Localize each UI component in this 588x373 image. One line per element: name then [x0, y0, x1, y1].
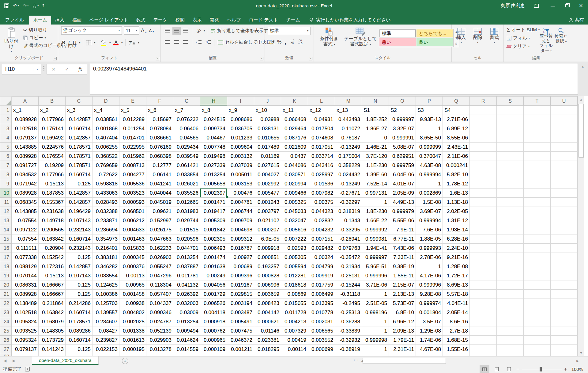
- row-header-16[interactable]: 16: [0, 244, 12, 253]
- cell-N13[interactable]: 1.66E-22: [362, 216, 389, 225]
- cell-N19[interactable]: 0.999996: [362, 271, 389, 280]
- cell-B4[interactable]: 0.169492: [39, 133, 66, 143]
- cell-G13[interactable]: 0.029744: [173, 216, 200, 225]
- decrease-indent-icon[interactable]: ⇤: [194, 38, 203, 46]
- cell-A22[interactable]: 0.138489: [12, 299, 39, 308]
- column-header-J[interactable]: J: [254, 97, 281, 106]
- cell-A12[interactable]: 0.143885: [12, 207, 39, 216]
- cell-N1[interactable]: S1: [362, 106, 389, 115]
- cell-E10[interactable]: 0.003523: [119, 188, 146, 198]
- cell-I15[interactable]: 0.009312: [227, 234, 254, 244]
- cell-R14[interactable]: [470, 225, 497, 234]
- cell-H27[interactable]: 0.000109: [200, 345, 227, 354]
- cell-M18[interactable]: -0.31934: [335, 262, 362, 271]
- cell-T15[interactable]: [524, 234, 551, 244]
- cell-E26[interactable]: 0.001613: [119, 336, 146, 345]
- cell-H25[interactable]: 0.000762: [200, 326, 227, 336]
- cell-F27[interactable]: 0.013278: [146, 345, 173, 354]
- cell-G4[interactable]: 0.04565: [173, 133, 200, 143]
- cell-C5[interactable]: 0.178571: [66, 143, 92, 152]
- cell-R10[interactable]: [470, 188, 497, 198]
- cell-L13[interactable]: 0.02832: [308, 216, 335, 225]
- column-header-S[interactable]: S: [497, 97, 524, 106]
- select-all-corner[interactable]: [0, 97, 12, 106]
- cell-E22[interactable]: 0.00938: [119, 299, 146, 308]
- underline-caret[interactable]: ▾: [79, 41, 80, 44]
- cell-Q17[interactable]: 9.21E-16: [443, 253, 470, 262]
- cell-D13[interactable]: 0.233871: [92, 216, 119, 225]
- cell-J6[interactable]: 0.01169: [254, 152, 281, 161]
- cell-A7[interactable]: 0.091727: [12, 161, 39, 170]
- cell-C24[interactable]: 0.178571: [66, 317, 92, 326]
- cell-I12[interactable]: 0.006744: [227, 207, 254, 216]
- tab-ロード テスト[interactable]: ロード テスト: [245, 16, 282, 25]
- cell-D24[interactable]: 0.234607: [92, 317, 119, 326]
- cell-G10[interactable]: 0.035526: [173, 188, 200, 198]
- row-header-7[interactable]: 7: [0, 161, 12, 170]
- clear-button[interactable]: クリア▾: [506, 43, 541, 50]
- cell-K19[interactable]: 0.012281: [281, 271, 308, 280]
- cell-L21[interactable]: 0.006499: [308, 290, 335, 299]
- cell-T6[interactable]: [524, 152, 551, 161]
- zoom-slider[interactable]: [522, 369, 562, 369]
- column-header-E[interactable]: E: [119, 97, 146, 106]
- cell-U23[interactable]: [551, 308, 578, 317]
- cell-A16[interactable]: 0.111511: [12, 244, 39, 253]
- cell-G8[interactable]: 0.033854: [173, 170, 200, 179]
- cell-O22[interactable]: 5.73E-07: [389, 299, 416, 308]
- clipboard-dialog-launcher[interactable]: ↘: [53, 57, 57, 60]
- confirm-entry-icon[interactable]: ✓: [60, 64, 74, 74]
- cell-O24[interactable]: 6.96E-12: [389, 317, 416, 326]
- cell-K12[interactable]: 0.045033: [281, 207, 308, 216]
- cell-L20[interactable]: 0.017759: [308, 280, 335, 290]
- cell-A21[interactable]: 0.089928: [12, 290, 39, 299]
- cell-U13[interactable]: [551, 216, 578, 225]
- column-header-P[interactable]: P: [416, 97, 443, 106]
- cell-F5[interactable]: 0.076169: [146, 143, 173, 152]
- cell-P23[interactable]: 0.001804: [416, 308, 443, 317]
- cell-B25[interactable]: 0.148305: [39, 326, 66, 336]
- cell-A23[interactable]: 0.102518: [12, 308, 39, 317]
- column-header-O[interactable]: O: [389, 97, 416, 106]
- cell-F21[interactable]: 0.057407: [146, 290, 173, 299]
- cell-M4[interactable]: 0.76187: [335, 133, 362, 143]
- cell-I20[interactable]: 0.019167: [227, 280, 254, 290]
- cell-A28-clipped[interactable]: [12, 354, 39, 356]
- cell-J1[interactable]: x_10: [254, 106, 281, 115]
- cell-K4[interactable]: 0.087176: [281, 133, 308, 143]
- cell-H5[interactable]: 0.007748: [200, 143, 227, 152]
- cell-C6[interactable]: 0.178571: [66, 152, 92, 161]
- cell-P3[interactable]: 1: [416, 124, 443, 133]
- cell-C21[interactable]: 0.125: [66, 290, 92, 299]
- borders-icon[interactable]: [86, 40, 91, 45]
- cell-G5[interactable]: 0.029434: [173, 143, 200, 152]
- cell-A3[interactable]: 0.102518: [12, 124, 39, 133]
- close-button[interactable]: ✕: [574, 0, 588, 11]
- cell-H26[interactable]: 0.000965: [200, 336, 227, 345]
- cell-N21[interactable]: 1: [362, 290, 389, 299]
- cell-E9[interactable]: 0.005536: [119, 179, 146, 188]
- cell-G22[interactable]: 0.032003: [173, 299, 200, 308]
- cell-A17[interactable]: 0.077338: [12, 253, 39, 262]
- cell-F7[interactable]: 0.12777: [146, 161, 173, 170]
- cell-R2[interactable]: [470, 115, 497, 124]
- cell-L27[interactable]: 0.000699: [308, 345, 335, 354]
- cell-J10[interactable]: 0.005477: [254, 188, 281, 198]
- tab-scroll-splitter[interactable]: ⋮⋮: [352, 358, 360, 363]
- cell-A5[interactable]: 0.143885: [12, 143, 39, 152]
- cell-H12[interactable]: 0.019417: [200, 207, 227, 216]
- cell-B3[interactable]: 0.175141: [39, 124, 66, 133]
- cell-J13[interactable]: 0.021102: [254, 216, 281, 225]
- cell-N23[interactable]: 0.998196: [362, 308, 389, 317]
- cell-R3[interactable]: [470, 124, 497, 133]
- cell-L16[interactable]: 0.029482: [308, 244, 335, 253]
- cell-T19[interactable]: [524, 271, 551, 280]
- font-color-button[interactable]: A: [113, 40, 119, 45]
- cell-Q3[interactable]: 6.89E-12: [443, 124, 470, 133]
- cell-I5[interactable]: 0.009604: [227, 143, 254, 152]
- cell-J22[interactable]: 0.008423: [254, 299, 281, 308]
- column-header-G[interactable]: G: [173, 97, 200, 106]
- column-header-N[interactable]: N: [362, 97, 389, 106]
- cell-F16[interactable]: 0.162233: [146, 244, 173, 253]
- cell-N14[interactable]: 0.999992: [362, 225, 389, 234]
